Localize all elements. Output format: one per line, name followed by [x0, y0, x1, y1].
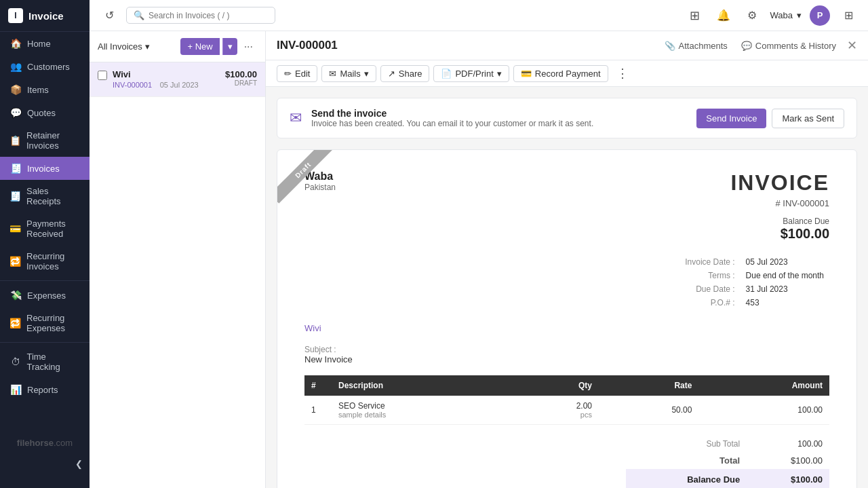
sidebar-label-quotes: Quotes — [27, 108, 56, 118]
meta-terms-value: Due end of the month — [741, 269, 829, 282]
sidebar-item-items[interactable]: 📦 Items — [0, 78, 90, 101]
row-description: SEO Service sample details — [332, 396, 512, 425]
sidebar-item-retainer-invoices[interactable]: 📋 Retainer Invoices — [0, 124, 90, 157]
mark-as-sent-button[interactable]: Mark as Sent — [772, 109, 844, 128]
list-more-button[interactable]: ··· — [240, 38, 257, 55]
filter-dropdown-icon: ▾ — [145, 41, 150, 52]
add-icon: ⊞ — [690, 8, 700, 23]
expenses-icon: 💸 — [9, 290, 22, 301]
notification-button[interactable]: 🔔 — [713, 5, 734, 26]
pdf-icon: 📄 — [441, 69, 452, 79]
new-button[interactable]: + New — [180, 38, 219, 55]
main: ↺ 🔍 ⊞ 🔔 ⚙ Waba ▾ P ⊞ — [90, 0, 868, 488]
sidebar-collapse-btn[interactable]: ❮ — [0, 453, 90, 474]
total-label: Total — [626, 452, 747, 469]
add-button[interactable]: ⊞ — [685, 5, 705, 26]
subject-value: New Invoice — [304, 354, 353, 364]
sidebar-item-quotes[interactable]: 💬 Quotes — [0, 101, 90, 124]
send-banner-text: Send the invoice Invoice has been create… — [311, 108, 593, 128]
filehorse-branding: filehorse.com — [0, 432, 90, 453]
send-invoice-button[interactable]: Send Invoice — [696, 109, 766, 128]
meta-row: Terms : Due end of the month — [679, 269, 829, 282]
sidebar-item-customers[interactable]: 👥 Customers — [0, 55, 90, 78]
pdf-dropdown-icon: ▾ — [497, 69, 502, 79]
sidebar-item-reports[interactable]: 📊 Reports — [0, 378, 90, 401]
reports-icon: 📊 — [9, 384, 22, 395]
pdf-print-button[interactable]: 📄 PDF/Print ▾ — [433, 65, 509, 82]
invoice-header-row: Waba Pakistan INVOICE # INV-000001 Balan… — [304, 170, 829, 242]
draft-label: Draft — [277, 150, 336, 204]
sidebar-label-sales-receipts: Sales Receipts — [26, 186, 80, 206]
user-dropdown-icon: ▾ — [797, 10, 802, 20]
search-input[interactable] — [149, 11, 268, 20]
avatar[interactable]: P — [810, 5, 830, 26]
meta-invoice-date-value: 05 Jul 2023 — [741, 255, 829, 269]
sidebar-label-recurring-invoices: Recurring Invoices — [26, 251, 80, 271]
record-payment-button[interactable]: 💳 Record Payment — [513, 65, 608, 82]
refresh-button[interactable]: ↺ — [99, 5, 119, 26]
filter-dropdown[interactable]: All Invoices ▾ — [98, 41, 150, 52]
sidebar-label-customers: Customers — [27, 62, 70, 72]
search-box[interactable]: 🔍 — [126, 7, 275, 24]
meta-po-label: P.O.# : — [679, 296, 740, 309]
sidebar-label-time-tracking: Time Tracking — [26, 352, 80, 372]
app-logo-icon: I — [8, 8, 23, 23]
mails-label: Mails — [340, 69, 360, 79]
sidebar-label-home: Home — [27, 39, 51, 49]
sidebar-item-home[interactable]: 🏠 Home — [0, 32, 90, 55]
attachments-label: Attachments — [679, 41, 728, 51]
send-banner-actions: Send Invoice Mark as Sent — [696, 109, 844, 128]
subtotal-value: 100.00 — [747, 436, 829, 452]
comments-label: Comments & History — [755, 41, 836, 51]
sidebar-item-sales-receipts[interactable]: 🧾 Sales Receipts — [0, 180, 90, 212]
more-icon: ⋮ — [616, 67, 629, 80]
invoice-number-link[interactable]: INV-000001 — [113, 81, 152, 89]
invoice-title-block: INVOICE # INV-000001 Balance Due $100.00 — [730, 170, 829, 242]
invoice-status: DRAFT — [225, 79, 257, 87]
sidebar-label-recurring-expenses: Recurring Expenses — [26, 313, 80, 333]
invoice-meta: Invoice Date : 05 Jul 2023 Terms : Due e… — [304, 255, 829, 309]
send-banner-title: Send the invoice — [311, 108, 593, 119]
home-icon: 🏠 — [9, 38, 22, 49]
invoice-item-info: Wivi INV-000001 05 Jul 2023 — [113, 69, 220, 90]
invoice-date: 05 Jul 2023 — [160, 81, 199, 89]
edit-button[interactable]: ✏ Edit — [277, 65, 317, 82]
attachments-link[interactable]: 📎 Attachments — [665, 41, 728, 51]
comments-link[interactable]: 💬 Comments & History — [741, 41, 836, 51]
balance-due-label-header: Balance Due — [730, 217, 829, 226]
sidebar-item-invoices[interactable]: 🧾 Invoices — [0, 157, 90, 180]
detail-actions: 📎 Attachments 💬 Comments & History ✕ — [665, 38, 857, 53]
share-button[interactable]: ↗ Share — [380, 65, 430, 82]
items-icon: 📦 — [9, 84, 22, 95]
sidebar: I Invoice 🏠 Home 👥 Customers 📦 Items 💬 Q… — [0, 0, 90, 488]
user-menu[interactable]: Waba ▾ — [770, 10, 802, 20]
toolbar: ✏ Edit ✉ Mails ▾ ↗ Share 📄 PDF/Print ▾ — [266, 60, 868, 87]
share-icon: ↗ — [388, 69, 395, 79]
invoice-list-item[interactable]: Wivi INV-000001 05 Jul 2023 $100.00 DRAF… — [90, 62, 265, 97]
topbar: ↺ 🔍 ⊞ 🔔 ⚙ Waba ▾ P ⊞ — [90, 0, 868, 31]
bill-to-link[interactable]: Wivi — [304, 323, 321, 333]
mails-button[interactable]: ✉ Mails ▾ — [321, 65, 376, 82]
sidebar-item-expenses[interactable]: 💸 Expenses — [0, 284, 90, 307]
sidebar-bottom: filehorse.com ❮ — [0, 432, 90, 474]
balance-due-row: Balance Due $100.00 — [626, 469, 829, 488]
balance-due-total-label: Balance Due — [626, 469, 747, 488]
invoice-checkbox[interactable] — [98, 71, 107, 80]
settings-button[interactable]: ⚙ — [742, 5, 762, 26]
sidebar-item-recurring-expenses[interactable]: 🔁 Recurring Expenses — [0, 307, 90, 339]
detail-header: INV-000001 📎 Attachments 💬 Comments & Hi… — [266, 31, 868, 60]
invoices-icon: 🧾 — [9, 163, 22, 174]
new-button-split[interactable]: ▾ — [222, 38, 237, 55]
share-label: Share — [399, 69, 422, 79]
sidebar-item-payments-received[interactable]: 💳 Payments Received — [0, 212, 90, 245]
customers-icon: 👥 — [9, 61, 22, 72]
meta-invoice-date-label: Invoice Date : — [679, 255, 740, 269]
items-table-header-row: # Description Qty Rate Amount — [304, 375, 829, 396]
toolbar-more-button[interactable]: ⋮ — [612, 64, 633, 82]
sidebar-item-recurring-invoices[interactable]: 🔁 Recurring Invoices — [0, 245, 90, 278]
grid-button[interactable]: ⊞ — [838, 5, 859, 26]
retainer-icon: 📋 — [9, 135, 21, 146]
topbar-right: ⊞ 🔔 ⚙ Waba ▾ P ⊞ — [685, 5, 859, 26]
detail-close-button[interactable]: ✕ — [847, 38, 857, 53]
sidebar-item-time-tracking[interactable]: ⏱ Time Tracking — [0, 345, 90, 378]
